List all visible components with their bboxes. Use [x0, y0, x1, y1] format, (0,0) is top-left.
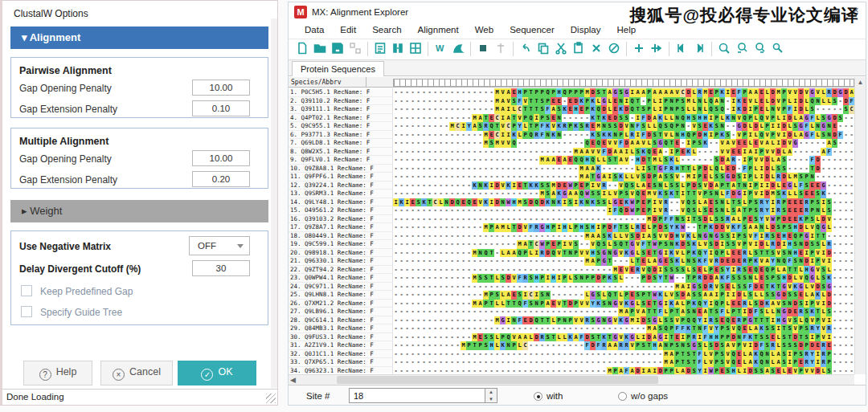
ok-button[interactable]: ✓OK	[178, 361, 256, 385]
residue-cells[interactable]: ---------------------------------MAAK---…	[393, 165, 854, 173]
stop-icon[interactable]	[474, 41, 492, 57]
options-form-icon[interactable]	[371, 41, 389, 57]
residue-cells[interactable]: ----------------------------------------…	[393, 283, 854, 292]
tab-protein-sequences[interactable]: Protein Sequences	[292, 61, 384, 76]
horizontal-scrollbar[interactable]: ◀	[289, 374, 854, 385]
species-name[interactable]: 12. Q39224.1 RecName: F	[289, 182, 393, 190]
species-name[interactable]: 10. Q9Z8A8.1 RecName: F	[289, 165, 393, 173]
next-site-icon[interactable]	[690, 41, 708, 57]
species-name[interactable]: 15. O49561.2 RecName: F	[289, 206, 393, 215]
radio-without-gaps[interactable]: w/o gaps	[618, 391, 668, 401]
species-name[interactable]: 24. Q9C971.1 RecName: F	[289, 283, 393, 292]
multiple-gap-open-input[interactable]: 10.00	[192, 150, 250, 166]
no-edit-icon[interactable]	[605, 41, 623, 57]
species-column-header[interactable]: Species/Abbrv	[289, 77, 366, 88]
insert-seq-icon[interactable]	[648, 41, 665, 57]
species-name[interactable]: 17. Q9Z8A7.1 RecName: F	[289, 223, 393, 232]
residue-cells[interactable]: ----------------MSMVVQ------------QEQEVV…	[393, 139, 854, 148]
alignment-section-header[interactable]: ▾ Alignment	[10, 27, 268, 49]
negative-matrix-dropdown[interactable]: OFF	[189, 236, 250, 255]
weight-section-header[interactable]: ▸ Weight	[10, 200, 268, 222]
undo-icon[interactable]	[517, 41, 534, 57]
specify-guide-tree-checkbox[interactable]	[21, 306, 32, 317]
multiple-gap-ext-input[interactable]: 0.20	[192, 171, 250, 187]
residue-cells[interactable]: ----------------------------------------…	[393, 308, 854, 316]
species-name[interactable]: 25. Q9LHN8.1 RecName: F	[289, 291, 393, 300]
menu-web[interactable]: Web	[467, 22, 502, 35]
resize-grip[interactable]	[266, 394, 276, 403]
species-name[interactable]: 28. Q9C614.1 RecName: F	[289, 316, 393, 325]
residue-cells[interactable]: --------------MNQT-LAAQPLIRDQVTNPVVHSGNG…	[393, 249, 854, 258]
cancel-button[interactable]: ×Cancel	[100, 361, 173, 385]
residue-cells[interactable]: ---------------------------------MATGAIS…	[393, 173, 854, 182]
species-name[interactable]: 27. Q9LB96.1 RecName: F	[289, 308, 393, 316]
menu-edit[interactable]: Edit	[332, 22, 364, 35]
species-name[interactable]: 5. Q9C955.1 RecName: F	[289, 122, 393, 131]
residue-cells[interactable]: ----------------------MATCWPEPIVS--VQSLS…	[393, 240, 854, 249]
residue-cells[interactable]: --------------MATECIATVPQIPSEN-----KTKED…	[393, 114, 854, 123]
species-name[interactable]: 22. Q9ZT94.2 RecName: F	[289, 266, 393, 275]
menu-data[interactable]: Data	[297, 22, 332, 35]
species-name[interactable]: 1. P0C5H5.1 RecName: F	[289, 88, 393, 97]
species-name[interactable]: 11. Q9FPF6.1 RecName: F	[289, 173, 393, 182]
open-folder-icon[interactable]	[311, 41, 329, 57]
cut-icon[interactable]	[552, 41, 570, 57]
species-name[interactable]: 34. Q96323.1 RecName: F	[289, 367, 393, 375]
scrollbar-thumb[interactable]	[337, 376, 658, 384]
species-name[interactable]: 2. Q39110.2 RecName: F	[289, 97, 393, 106]
residue-cells[interactable]: --------------------------------------IF…	[393, 206, 854, 215]
residue-cells[interactable]: ---------------------------------------M…	[393, 266, 854, 275]
species-name[interactable]: 29. Q84MB3.1 RecName: F	[289, 324, 393, 333]
scroll-up-icon[interactable]: ▲	[855, 77, 866, 86]
species-name[interactable]: 30. Q9FUS3.1 RecName: F	[289, 333, 393, 342]
residue-cells[interactable]: ------------------MGINFEDQTTLPNPVVRSGNGV…	[393, 316, 854, 325]
find-icon[interactable]	[715, 41, 733, 57]
grid-a-icon[interactable]	[407, 41, 424, 57]
dialog-scrollbar[interactable]	[271, 18, 277, 388]
menu-search[interactable]: Search	[364, 22, 409, 35]
species-name[interactable]: 16. Q39103.2 RecName: F	[289, 215, 393, 224]
species-name[interactable]: 31. A2Z1V9.1 RecName: F	[289, 341, 393, 350]
species-name[interactable]: 3. Q39111.1 RecName: F	[289, 105, 393, 114]
residue-cells[interactable]: --------------MSSTLSDVFRSHPIHIPLSNPPDPKS…	[393, 274, 854, 283]
residue-cells[interactable]: ----------------------------------MAPGT-…	[393, 257, 854, 266]
residue-cells[interactable]: --------------------------------MAAVVFDA…	[393, 148, 854, 157]
residue-cells[interactable]: ------------------MAVSFVTTSPEE-EDKPKLGLE…	[393, 97, 854, 106]
residue-cells[interactable]: --------------MESSLPQVAALDRSTLLKAFDSTKTG…	[393, 333, 854, 342]
align-columns-icon[interactable]	[389, 41, 407, 57]
species-name[interactable]: 13. Q9SRM3.1 RecName: F	[289, 190, 393, 198]
spin-down-icon[interactable]: ▼	[485, 396, 497, 403]
residue-cells[interactable]: ------------------MAILCTTTSFASKEHEPKQDLE…	[393, 105, 854, 114]
residue-cells[interactable]: --------------------------MAAEAEQQHQLLST…	[393, 156, 854, 165]
residue-cells[interactable]: --------------MAPTLLTTQFSNPAEVTDPVVYKSNG…	[393, 300, 854, 308]
translate-icon[interactable]	[346, 41, 364, 57]
residue-cells[interactable]: ----------------MPAMLTDVFRGHPIHLPHSHIPDF…	[393, 223, 854, 232]
species-name[interactable]: 19. Q9C599.1 RecName: F	[289, 240, 393, 249]
residue-cells[interactable]: --------------------------------------MP…	[393, 367, 854, 375]
species-name[interactable]: 33. Q7XP65.1 RecName: F	[289, 358, 393, 367]
trace-icon[interactable]	[492, 41, 510, 57]
species-name[interactable]: 23. Q0WPW4.1 RecName: F	[289, 274, 393, 283]
site-number-input[interactable]: 18	[349, 388, 485, 403]
residue-cells[interactable]: ----------------------------------------…	[393, 215, 854, 224]
copy-icon[interactable]	[534, 41, 552, 57]
species-name[interactable]: 26. Q7XM21.2 RecName: F	[289, 300, 393, 308]
delete-icon[interactable]	[588, 41, 605, 57]
species-name[interactable]: 18. O80449.1 RecName: F	[289, 232, 393, 241]
vertical-scrollbar[interactable]: ▲	[854, 77, 866, 374]
residue-cells[interactable]: ------------MPTPSHLKNPLC----------FDFRAA…	[393, 341, 854, 350]
clustalw-icon[interactable]: W	[432, 41, 449, 57]
species-name[interactable]: 9. Q9FLV0.1 RecName: F	[289, 156, 393, 165]
species-name[interactable]: 32. Q0J1C1.1 RecName: F	[289, 350, 393, 359]
find-next-icon[interactable]	[751, 41, 768, 57]
residue-cells[interactable]: IKIESKTCLNDQEQEVKIDNWHMSDQDKNKISIKNKSSLG…	[393, 198, 854, 207]
residue-cells[interactable]: ----------------MECIIKLPQRFNKN-----KSKKN…	[393, 131, 854, 140]
pairwise-gap-ext-input[interactable]: 0.10	[192, 100, 250, 116]
site-number-stepper[interactable]: ▲ ▼	[485, 388, 497, 403]
scroll-left-icon[interactable]: ◀	[290, 376, 296, 384]
species-name[interactable]: 4. Q4PT02.1 RecName: F	[289, 114, 393, 123]
species-name[interactable]: 6. P93771.3 RecName: F	[289, 131, 393, 140]
residue-cells[interactable]: ----------------------------------MAASKL…	[393, 232, 854, 241]
residue-cells[interactable]: ------------------MVAEHPTPPQPHQPPPMDSTAG…	[393, 88, 854, 97]
delay-divergent-input[interactable]: 30	[192, 260, 250, 276]
